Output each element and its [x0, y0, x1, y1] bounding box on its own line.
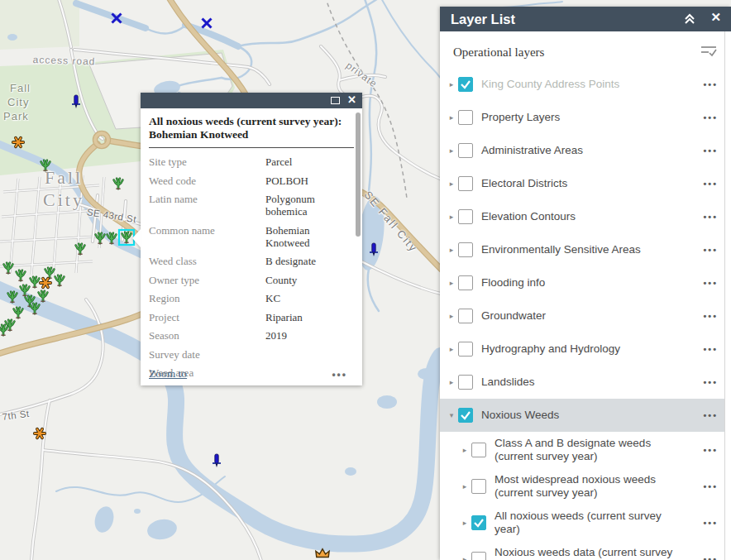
popup-field-row: ProjectRiparian [149, 311, 354, 323]
layer-checkbox[interactable] [471, 515, 486, 530]
layer-menu-ellipsis-icon[interactable]: ••• [696, 344, 724, 354]
panel-scrollbar-track[interactable] [724, 31, 731, 560]
layer-checkbox[interactable] [458, 275, 473, 290]
popup-menu-ellipsis-icon[interactable]: ••• [332, 369, 347, 381]
layer-menu-ellipsis-icon[interactable]: ••• [696, 410, 724, 420]
layer-label: Noxious weeds data (current survey year … [494, 546, 696, 560]
layer-label: Noxious Weeds [481, 409, 696, 422]
close-icon[interactable]: ✕ [710, 10, 721, 25]
layer-checkbox[interactable] [458, 77, 473, 92]
layer-checkbox[interactable] [458, 309, 473, 323]
layer-item[interactable]: ▸Most widespread noxious weeds (current … [453, 468, 724, 505]
layer-item[interactable]: ▸Property Layers••• [440, 101, 724, 134]
layer-menu-ellipsis-icon[interactable]: ••• [696, 554, 724, 560]
layer-label: Flooding info [481, 276, 696, 290]
layer-item[interactable]: ▸Elevation Contours••• [440, 200, 724, 233]
expand-arrow-icon[interactable]: ▸ [460, 519, 470, 527]
expand-arrow-icon[interactable]: ▸ [447, 378, 456, 386]
layer-menu-ellipsis-icon[interactable]: ••• [696, 146, 724, 156]
layer-menu-ellipsis-icon[interactable]: ••• [696, 79, 724, 89]
layer-checkbox[interactable] [458, 242, 473, 257]
layer-checkbox[interactable] [458, 176, 473, 191]
layer-checkbox[interactable] [458, 110, 473, 125]
layer-menu-ellipsis-icon[interactable]: ••• [696, 112, 724, 122]
layer-menu-ellipsis-icon[interactable]: ••• [696, 481, 724, 491]
layer-label: Environmentally Sensitive Areas [481, 243, 696, 256]
expand-arrow-icon[interactable]: ▾ [447, 411, 456, 419]
layer-item[interactable]: ▸Landslides••• [440, 366, 724, 399]
field-value: Polygonum bohemica [265, 193, 351, 218]
layer-checkbox[interactable] [471, 479, 486, 494]
field-label: Site type [149, 156, 265, 168]
layer-menu-ellipsis-icon[interactable]: ••• [696, 278, 724, 288]
layer-item[interactable]: ▸Administrative Areas••• [440, 134, 724, 167]
field-label: Latin name [149, 193, 265, 218]
section-label: Operational layers [453, 45, 544, 59]
layer-label: King County Address Points [481, 78, 696, 91]
layer-menu-ellipsis-icon[interactable]: ••• [696, 311, 724, 321]
popup-field-row: RegionKC [149, 292, 354, 304]
field-label: Common name [149, 224, 265, 249]
field-label: Region [149, 292, 265, 304]
expand-arrow-icon[interactable]: ▸ [447, 113, 456, 122]
layer-menu-ellipsis-icon[interactable]: ••• [696, 445, 724, 455]
popup-field-row: Common nameBohemian Knotweed [149, 224, 354, 249]
layer-item[interactable]: ▸Groundwater••• [440, 299, 724, 333]
expand-arrow-icon[interactable]: ▸ [447, 312, 456, 320]
sublayer-group: ▸Class A and B designate weeds (current … [453, 432, 724, 560]
layer-menu-ellipsis-icon[interactable]: ••• [696, 179, 724, 189]
field-label: Season [149, 329, 265, 342]
layer-checkbox[interactable] [471, 443, 486, 457]
expand-arrow-icon[interactable]: ▸ [447, 213, 456, 221]
layer-item[interactable]: ▸Hydrography and Hydrology••• [440, 333, 724, 366]
expand-arrow-icon[interactable]: ▸ [447, 345, 456, 353]
layer-checkbox[interactable] [458, 408, 473, 423]
expand-arrow-icon[interactable]: ▸ [460, 446, 470, 454]
layer-item[interactable]: ▾Noxious Weeds••• [440, 399, 724, 432]
layer-item[interactable]: ▸All noxious weeds (current survey year)… [453, 505, 724, 541]
popup-scrollbar[interactable] [356, 112, 361, 237]
field-value: Bohemian Knotweed [265, 224, 351, 249]
layer-label: All noxious weeds (current survey year) [494, 510, 696, 536]
popup-titlebar[interactable]: ✕ [141, 93, 362, 108]
expand-arrow-icon[interactable]: ▸ [447, 279, 456, 287]
layer-label: Groundwater [481, 309, 696, 323]
popup-body: All noxious weeds (current survey year):… [141, 108, 362, 385]
layer-item[interactable]: ▸Electoral Districts••• [440, 167, 724, 200]
popup-field-row: Site typeParcel [149, 156, 354, 168]
layer-checkbox[interactable] [458, 375, 473, 390]
expand-arrow-icon[interactable]: ▸ [447, 80, 456, 89]
expand-arrow-icon[interactable]: ▸ [447, 146, 456, 155]
layer-menu-ellipsis-icon[interactable]: ••• [696, 212, 724, 222]
layer-checkbox[interactable] [471, 552, 486, 560]
operational-layers-row: Operational layers [440, 31, 731, 68]
expand-arrow-icon[interactable]: ▸ [460, 482, 470, 491]
expand-arrow-icon[interactable]: ▸ [447, 179, 456, 188]
collapse-chevrons-icon[interactable] [683, 12, 696, 29]
layer-item[interactable]: ▸Noxious weeds data (current survey year… [453, 541, 724, 560]
layer-item[interactable]: ▸King County Address Points••• [440, 68, 724, 101]
layer-menu-ellipsis-icon[interactable]: ••• [696, 377, 724, 387]
maximize-icon[interactable] [331, 97, 340, 104]
field-value: KC [265, 292, 351, 304]
layer-item[interactable]: ▸Flooding info••• [440, 266, 724, 299]
layer-label: Class A and B designate weeds (current s… [494, 437, 696, 463]
layer-item[interactable]: ▸Environmentally Sensitive Areas••• [440, 233, 724, 266]
layer-checkbox[interactable] [458, 342, 473, 357]
expand-arrow-icon[interactable]: ▸ [447, 246, 456, 254]
layer-menu-ellipsis-icon[interactable]: ••• [696, 518, 724, 528]
layer-menu-ellipsis-icon[interactable]: ••• [696, 245, 724, 255]
layer-checkbox[interactable] [458, 143, 473, 158]
layer-options-list-check-icon[interactable] [700, 43, 718, 61]
app-window: access roadFallCityParkFallCitySE 43rd S… [0, 0, 731, 560]
popup-attribute-table: Site typeParcelWeed codePOLBOHLatin name… [141, 156, 362, 379]
layer-list: ▸King County Address Points•••▸Property … [440, 68, 731, 560]
panel-title: Layer List [451, 7, 515, 31]
expand-arrow-icon[interactable]: ▸ [460, 555, 470, 560]
field-label: Weed class [149, 255, 265, 267]
layer-item[interactable]: ▸Class A and B designate weeds (current … [453, 432, 724, 468]
layer-list-panel: Layer List ✕ Operational layers ▸King Co… [440, 7, 731, 560]
zoom-to-link[interactable]: Zoom to [149, 367, 187, 381]
layer-checkbox[interactable] [458, 209, 473, 224]
close-icon[interactable]: ✕ [347, 93, 356, 106]
